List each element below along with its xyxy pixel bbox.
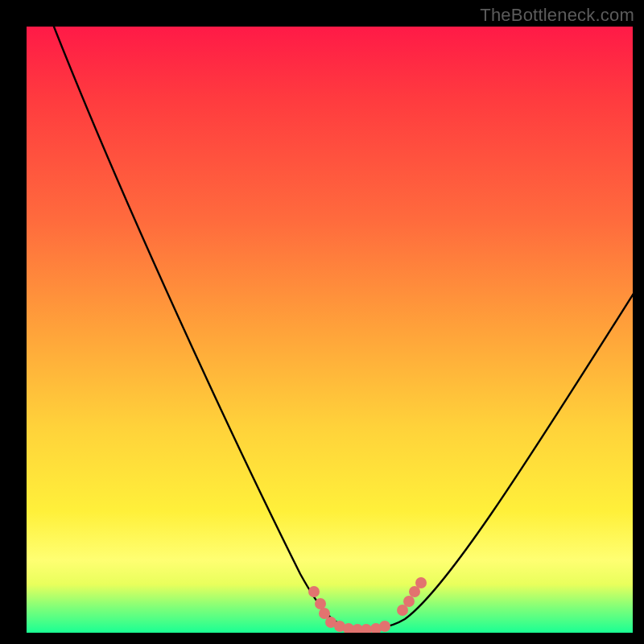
curve-path bbox=[51, 27, 633, 629]
svg-point-11 bbox=[403, 596, 415, 607]
bottleneck-curve bbox=[27, 27, 633, 633]
svg-point-9 bbox=[379, 621, 390, 632]
valley-markers bbox=[308, 577, 427, 633]
chart-frame: TheBottleneck.com bbox=[0, 0, 644, 644]
svg-point-7 bbox=[361, 624, 372, 633]
svg-point-1 bbox=[315, 598, 326, 609]
svg-point-13 bbox=[415, 577, 427, 588]
plot-area bbox=[27, 27, 633, 633]
svg-point-0 bbox=[308, 586, 320, 597]
watermark-text: TheBottleneck.com bbox=[480, 5, 634, 26]
